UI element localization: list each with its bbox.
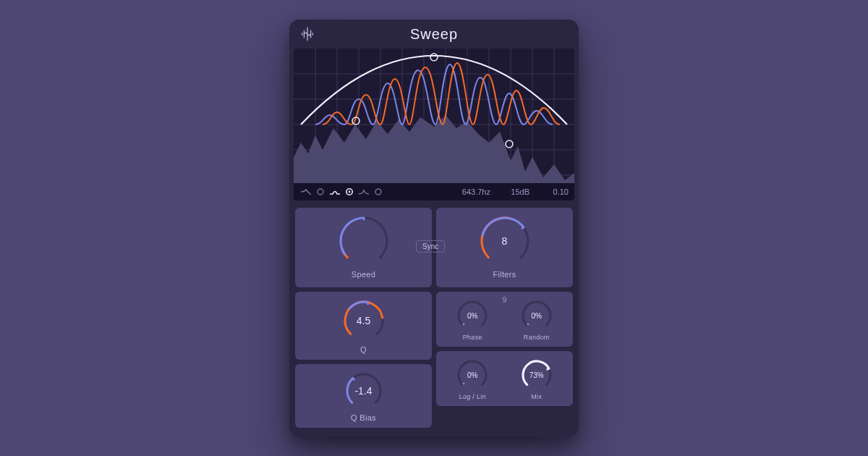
filter-display[interactable]: 643.7hz 15dB 0.10 [294, 48, 574, 200]
readout-gain: 15dB [495, 187, 529, 196]
qbias-panel: -1.4 Q Bias [295, 364, 432, 428]
filters-knob[interactable]: 8 [479, 215, 531, 267]
loglin-mix-panel: 0% Log / Lin 73% Mix [436, 351, 573, 406]
notch-icon[interactable] [314, 187, 327, 197]
lowpass-icon[interactable] [299, 187, 312, 197]
loglin-label: Log / Lin [459, 393, 486, 400]
controls-grid: Speed Sync 8 Filters 4.5 Q -1.4 Q Bias 9… [289, 200, 579, 436]
svg-point-19 [349, 191, 351, 193]
handle-right[interactable] [506, 140, 513, 148]
center-badge: 9 [503, 296, 507, 304]
peak-icon[interactable] [343, 187, 356, 197]
random-label: Random [524, 334, 550, 341]
highpass-icon[interactable] [372, 187, 385, 197]
qbias-knob[interactable]: -1.4 [344, 371, 383, 410]
svg-point-20 [375, 189, 381, 195]
brand-logo-icon [299, 26, 315, 42]
readout-frequency: 643.7hz [456, 187, 490, 196]
bandpass-icon[interactable] [328, 187, 341, 197]
loglin-knob[interactable]: 0% [456, 358, 489, 392]
mix-label: Mix [531, 393, 542, 400]
q-label: Q [360, 345, 367, 354]
speed-panel: Speed [295, 208, 432, 287]
readout-bar: 643.7hz 15dB 0.10 [294, 183, 574, 200]
shelf-icon[interactable] [357, 187, 370, 197]
phase-label: Phase [463, 334, 482, 341]
speed-label: Speed [352, 270, 375, 279]
filters-panel: Sync 8 Filters [436, 208, 573, 287]
q-column: 4.5 Q -1.4 Q Bias [295, 292, 432, 428]
filter-curve-blue [315, 64, 553, 124]
q-knob[interactable]: 4.5 [342, 299, 386, 342]
mix-knob[interactable]: 73% [520, 358, 553, 392]
handle-top[interactable] [430, 54, 438, 61]
phase-knob[interactable]: 0% [456, 299, 489, 332]
svg-point-17 [318, 189, 323, 195]
sync-button[interactable]: Sync [416, 240, 445, 253]
right-column: 9 0% Phase 0% Random 0% Log / Lin 73% Mi… [436, 292, 573, 428]
phase-random-panel: 9 0% Phase 0% Random [436, 292, 573, 347]
readout-q: 0.10 [534, 187, 569, 196]
q-panel: 4.5 Q [295, 292, 432, 360]
plugin-title: Sweep [315, 26, 553, 43]
random-knob[interactable]: 0% [520, 299, 553, 332]
qbias-label: Q Bias [351, 413, 376, 422]
filters-label: Filters [493, 270, 516, 279]
filter-mode-selector [299, 187, 385, 197]
titlebar: Sweep [289, 20, 579, 48]
plugin-window: Sweep [289, 20, 579, 436]
speed-knob[interactable] [338, 215, 390, 267]
